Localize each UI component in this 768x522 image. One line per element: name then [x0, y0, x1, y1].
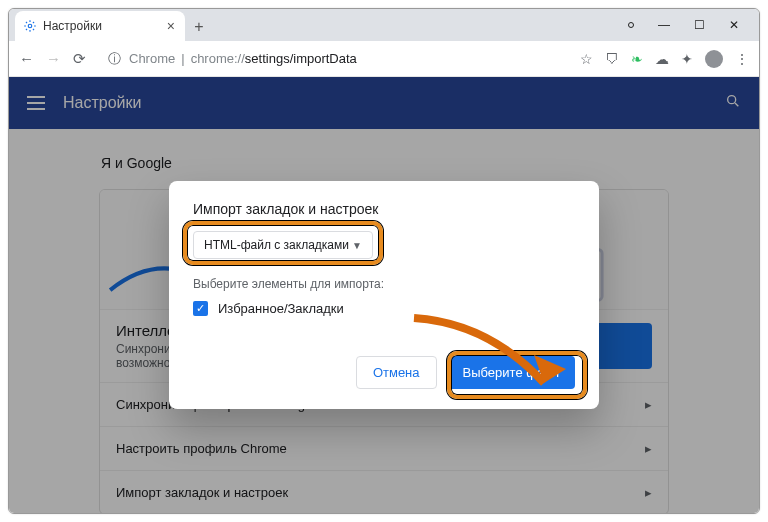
- svg-point-0: [28, 24, 32, 28]
- close-tab-icon[interactable]: ×: [167, 19, 175, 33]
- content-area: Настройки Я и Google Интелле: [9, 77, 759, 513]
- forward-button: →: [46, 50, 61, 67]
- bookmarks-checkbox-row[interactable]: ✓ Избранное/Закладки: [193, 301, 575, 316]
- site-info-icon[interactable]: ⓘ: [108, 50, 121, 68]
- reload-button[interactable]: ⟳: [73, 50, 86, 68]
- checkbox-label: Избранное/Закладки: [218, 301, 344, 316]
- star-icon[interactable]: ☆: [580, 51, 593, 67]
- extension-icons: ☆ ⛉ ❧ ☁ ✦ ⋮: [580, 50, 749, 68]
- tab-title: Настройки: [43, 19, 102, 33]
- url-scheme: Chrome: [129, 51, 175, 66]
- back-button[interactable]: ←: [19, 50, 34, 67]
- gear-icon: [23, 19, 37, 33]
- import-dialog: Импорт закладок и настроек HTML-файл с з…: [169, 181, 599, 409]
- dialog-hint: Выберите элементы для импорта:: [193, 277, 575, 291]
- source-select[interactable]: HTML-файл с закладками ▼: [193, 231, 373, 259]
- checkbox-checked-icon[interactable]: ✓: [193, 301, 208, 316]
- cancel-button[interactable]: Отмена: [356, 356, 437, 389]
- choose-file-button[interactable]: Выберите файл: [447, 356, 575, 389]
- window-controls: — ☐ ✕: [628, 9, 759, 41]
- modal-scrim[interactable]: Импорт закладок и настроек HTML-файл с з…: [9, 77, 759, 513]
- address-bar[interactable]: ⓘ Chrome | chrome:// settings/importData: [98, 50, 568, 68]
- toolbar: ← → ⟳ ⓘ Chrome | chrome:// settings/impo…: [9, 41, 759, 77]
- account-dot-icon[interactable]: [628, 22, 634, 28]
- cloud-icon[interactable]: ☁: [655, 51, 669, 67]
- maximize-button[interactable]: ☐: [694, 18, 705, 32]
- minimize-button[interactable]: —: [658, 18, 670, 32]
- browser-window: Настройки × + — ☐ ✕ ← → ⟳ ⓘ Chrome | chr…: [8, 8, 760, 514]
- new-tab-button[interactable]: +: [185, 13, 213, 41]
- url-host: chrome://: [191, 51, 245, 66]
- shield-icon[interactable]: ⛉: [605, 51, 619, 67]
- browser-tab[interactable]: Настройки ×: [15, 11, 185, 41]
- dialog-title: Импорт закладок и настроек: [193, 201, 575, 217]
- puzzle-icon[interactable]: ✦: [681, 51, 693, 67]
- chevron-down-icon: ▼: [352, 240, 362, 251]
- kebab-menu-icon[interactable]: ⋮: [735, 51, 749, 67]
- profile-avatar[interactable]: [705, 50, 723, 68]
- select-value: HTML-файл с закладками: [204, 238, 349, 252]
- close-window-button[interactable]: ✕: [729, 18, 739, 32]
- url-path: settings/importData: [245, 51, 357, 66]
- evernote-icon[interactable]: ❧: [631, 51, 643, 67]
- titlebar: Настройки × + — ☐ ✕: [9, 9, 759, 41]
